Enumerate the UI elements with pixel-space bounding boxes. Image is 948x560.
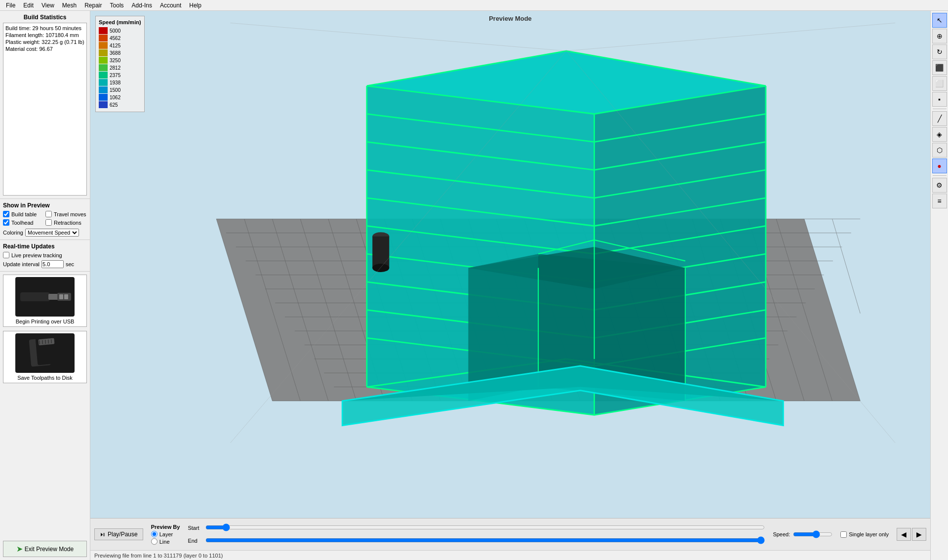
update-interval-row: Update interval sec	[3, 260, 87, 268]
legend-color-9	[99, 94, 108, 101]
build-table-row: Build table	[3, 211, 44, 217]
play-pause-button[interactable]: ⏯ Play/Pause	[94, 528, 143, 540]
stat-build-time: Build time: 29 hours 50 minutes	[5, 25, 84, 31]
move-tool-button[interactable]: ⊕	[932, 29, 947, 43]
exit-preview-button[interactable]: ➤ Exit Preview Mode	[3, 541, 87, 557]
stat-filament: Filament length: 107180.4 mm	[5, 32, 84, 38]
left-panel: Build Statistics Build time: 29 hours 50…	[0, 11, 90, 560]
next-nav-button[interactable]: ▶	[912, 528, 926, 541]
speed-legend: Speed (mm/min) 5000 4562 4125 3688 3250 …	[95, 16, 145, 112]
legend-val-2: 4125	[110, 43, 120, 48]
scene-svg	[90, 11, 930, 560]
settings-tool-button[interactable]: ⚙	[932, 178, 947, 193]
svg-line-81	[231, 23, 566, 51]
rotate-tool-button[interactable]: ↻	[932, 44, 947, 59]
legend-color-4	[99, 57, 108, 64]
line-radio-row: Line	[151, 538, 180, 545]
toolhead-row: Toolhead	[3, 219, 44, 226]
menu-addins[interactable]: Add-Ins	[128, 1, 156, 10]
status-text: Previewing file from line 1 to 311179 (l…	[94, 553, 223, 559]
viewport[interactable]: Preview Mode Speed (mm/min) 5000 4562 41…	[90, 11, 930, 560]
end-slider[interactable]	[205, 536, 765, 544]
single-layer-checkbox[interactable]	[840, 531, 847, 538]
build-table-checkbox[interactable]	[3, 211, 9, 217]
menu-help[interactable]: Help	[185, 1, 205, 10]
start-slider[interactable]	[205, 523, 765, 531]
legend-val-4: 3250	[110, 58, 120, 63]
retractions-checkbox[interactable]	[45, 219, 52, 226]
svg-line-11	[48, 339, 49, 343]
line-radio[interactable]	[151, 538, 158, 545]
usb-image	[15, 277, 75, 317]
update-interval-input[interactable]	[41, 260, 64, 268]
menu-mesh[interactable]: Mesh	[58, 1, 80, 10]
menu-view[interactable]: View	[38, 1, 58, 10]
menu-tool-button[interactable]: ≡	[932, 194, 947, 208]
layer-radio[interactable]	[151, 531, 158, 537]
legend-val-10: 625	[110, 102, 118, 108]
legend-val-7: 1938	[110, 80, 120, 85]
travel-moves-checkbox[interactable]	[45, 211, 52, 217]
line-radio-label: Line	[159, 539, 170, 545]
retractions-row: Retractions	[45, 219, 87, 226]
svg-line-10	[45, 340, 46, 344]
svg-line-12	[51, 339, 52, 343]
show-in-preview-title: Show in Preview	[3, 202, 87, 209]
object-tool-button[interactable]: ⬜	[932, 76, 947, 91]
layer-sliders-section: Start End	[188, 523, 765, 545]
build-statistics-title: Build Statistics	[3, 14, 87, 21]
layer-tool-button[interactable]: ●	[932, 159, 947, 173]
stat-weight: Plastic weight: 322.25 g (0.71 lb)	[5, 39, 84, 45]
menu-tools[interactable]: Tools	[106, 1, 128, 10]
single-layer-section: Single layer only	[840, 531, 889, 538]
speed-slider[interactable]	[793, 530, 832, 538]
svg-rect-4	[64, 294, 68, 299]
legend-color-8	[99, 86, 108, 93]
stats-box: Build time: 29 hours 50 minutes Filament…	[3, 23, 87, 196]
3d-scene	[90, 11, 930, 560]
prev-nav-button[interactable]: ◀	[897, 528, 911, 541]
speed-legend-title: Speed (mm/min)	[99, 19, 141, 25]
begin-printing-button[interactable]: Begin Printing over USB	[3, 275, 87, 327]
speed-section: Speed:	[773, 530, 832, 538]
coloring-row: Coloring Movement Speed	[3, 229, 87, 237]
legend-val-5: 2812	[110, 65, 120, 71]
exit-preview-icon: ➤	[16, 544, 23, 554]
mesh-tool-button[interactable]: ⬡	[932, 143, 947, 158]
svg-line-9	[42, 340, 43, 344]
svg-line-82	[566, 23, 895, 51]
begin-printing-label: Begin Printing over USB	[5, 319, 84, 324]
travel-moves-row: Travel moves	[45, 211, 87, 217]
cut-tool-button[interactable]: ╱	[932, 111, 947, 126]
legend-color-1	[99, 35, 108, 41]
start-label: Start	[188, 525, 201, 531]
save-toolpaths-button[interactable]: Save Toolpaths to Disk	[3, 331, 87, 383]
menu-account[interactable]: Account	[156, 1, 185, 10]
live-preview-checkbox[interactable]	[3, 252, 9, 258]
travel-moves-label: Travel moves	[54, 211, 86, 217]
update-interval-label: Update interval	[3, 261, 40, 267]
bottom-toolbar: ⏯ Play/Pause Preview By Layer Line	[90, 519, 930, 550]
svg-rect-0	[20, 292, 50, 301]
stat-cost: Material cost: 96.67	[5, 46, 84, 52]
support-tool-button[interactable]: ◈	[932, 127, 947, 142]
retractions-label: Retractions	[54, 220, 81, 226]
bottom-controls: ⏯ Play/Pause Preview By Layer Line	[90, 518, 930, 560]
layer-radio-label: Layer	[159, 531, 173, 537]
toolhead-label: Toolhead	[11, 220, 34, 226]
build-table-label: Build table	[11, 211, 37, 217]
scale-tool-button[interactable]: ⬛	[932, 60, 947, 75]
view-tool-button[interactable]: ▪	[932, 92, 947, 107]
legend-val-0: 5000	[110, 28, 120, 34]
menu-file[interactable]: File	[2, 1, 19, 10]
menu-repair[interactable]: Repair	[80, 1, 106, 10]
menu-edit[interactable]: Edit	[19, 1, 38, 10]
update-interval-unit: sec	[66, 261, 74, 267]
show-in-preview-section: Show in Preview Build table Travel moves…	[0, 199, 90, 240]
play-pause-label: Play/Pause	[108, 531, 138, 538]
toolhead-bottom	[372, 264, 389, 272]
select-tool-button[interactable]: ↖	[932, 13, 947, 28]
toolhead-checkbox[interactable]	[3, 219, 9, 226]
coloring-select[interactable]: Movement Speed	[25, 229, 79, 237]
preview-mode-label: Preview Mode	[489, 15, 532, 22]
